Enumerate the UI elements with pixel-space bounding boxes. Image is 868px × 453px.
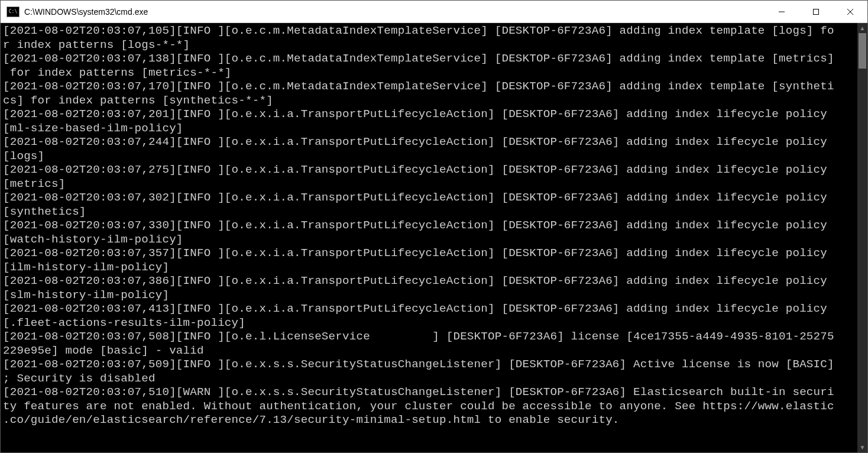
scroll-up-icon[interactable]: ▲ xyxy=(857,23,867,33)
close-button[interactable] xyxy=(833,1,867,23)
maximize-icon xyxy=(812,8,820,15)
window-title: C:\WINDOWS\system32\cmd.exe xyxy=(24,7,148,17)
minimize-button[interactable] xyxy=(765,1,799,23)
minimize-icon xyxy=(778,8,785,15)
cmd-icon xyxy=(7,7,20,17)
cmd-window: C:\WINDOWS\system32\cmd.exe [2021-08-02T… xyxy=(0,0,868,453)
scroll-down-icon[interactable]: ▼ xyxy=(857,442,867,452)
console-output[interactable]: [2021-08-02T20:03:07,105][INFO ][o.e.c.m… xyxy=(1,23,857,452)
client-area: [2021-08-02T20:03:07,105][INFO ][o.e.c.m… xyxy=(1,23,867,452)
svg-rect-1 xyxy=(814,9,819,14)
titlebar[interactable]: C:\WINDOWS\system32\cmd.exe xyxy=(1,1,867,23)
scrollbar-track[interactable] xyxy=(857,33,867,442)
maximize-button[interactable] xyxy=(799,1,833,23)
close-icon xyxy=(847,8,854,15)
scrollbar-thumb[interactable] xyxy=(859,33,866,69)
scrollbar-vertical[interactable]: ▲ ▼ xyxy=(857,23,867,452)
